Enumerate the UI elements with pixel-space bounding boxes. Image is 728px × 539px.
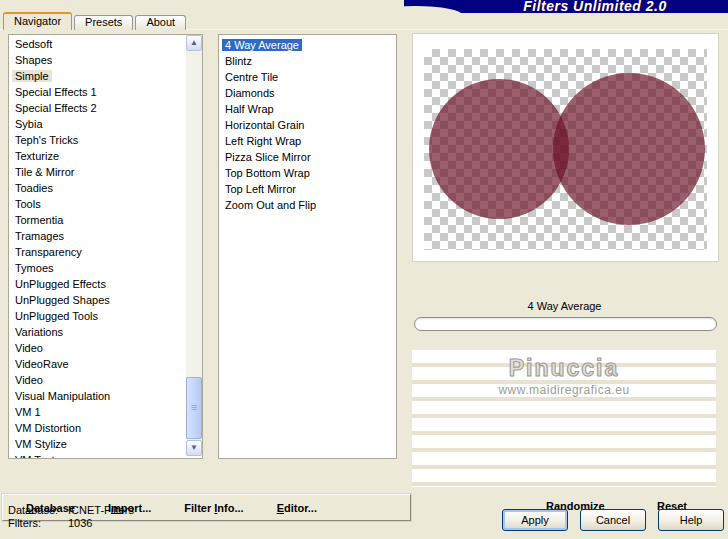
filter-item[interactable]: Left Right Wrap [222,133,394,149]
filters-unlimited-window: Filters Unlimited 2.0 NavigatorPresetsAb… [0,0,728,539]
status-filters-label: Filters: [8,517,68,530]
category-item[interactable]: Video [12,340,185,356]
transparency-checkerboard [424,49,707,250]
watermark-name: Pinuccia [412,355,716,382]
title-bar-banner: Filters Unlimited 2.0 [404,0,728,13]
status-area: Database: ICNET-Filters Filters: 1036 [8,504,134,530]
menu-item-text: nfo... [217,502,243,514]
category-item[interactable]: Tools [12,196,185,212]
category-item[interactable]: UnPlugged Tools [12,308,185,324]
category-item-label: VM 1 [12,406,44,418]
category-item[interactable]: Tile & Mirror [12,164,185,180]
category-item[interactable]: Special Effects 1 [12,84,185,100]
category-item-label: Tile & Mirror [12,166,77,178]
category-item[interactable]: Sybia [12,116,185,132]
filter-item[interactable]: Horizontal Grain [222,117,394,133]
category-item[interactable]: Simple [12,68,185,84]
category-item[interactable]: VM 1 [12,404,185,420]
menu-item-editor[interactable]: Editor... [277,502,317,514]
filter-item-label: Centre Tile [222,71,281,83]
parameter-rows-area: Pinuccia www.maidiregrafica.eu [412,350,716,487]
category-item[interactable]: Sedsoft [12,36,185,52]
filter-name-label: 4 Way Average [412,300,717,312]
scroll-up-icon[interactable]: ▲ [186,35,202,51]
watermark-url: www.maidiregrafica.eu [412,383,716,397]
category-item-label: VM Texture [12,454,73,458]
category-item-label: UnPlugged Tools [12,310,101,322]
category-item[interactable]: VM Texture [12,452,185,458]
category-item-label: VideoRave [12,358,72,370]
tab-strip: NavigatorPresetsAbout [3,13,188,30]
filter-item-label: Diamonds [222,87,278,99]
category-item[interactable]: Visual Manipulation [12,388,185,404]
category-item[interactable]: Tymoes [12,260,185,276]
filter-item-label: Left Right Wrap [222,135,304,147]
filter-parameter-slider[interactable] [414,317,717,331]
preview-panel [412,33,719,262]
category-item[interactable]: UnPlugged Effects [12,276,185,292]
filter-item[interactable]: 4 Way Average [222,37,394,53]
category-item-label: Sedsoft [12,38,55,50]
menu-item-text: ditor... [284,502,317,514]
menu-item-text: Filter [184,502,214,514]
category-list-scrollbar[interactable]: ▲ ☰ ▼ [186,35,202,456]
filter-item-label: Blintz [222,55,255,67]
category-item[interactable]: VideoRave [12,356,185,372]
category-list: SedsoftShapesSimpleSpecial Effects 1Spec… [8,34,203,459]
help-button[interactable]: Help [658,509,724,531]
scrollbar-thumb[interactable]: ☰ [186,377,202,439]
status-database-value: ICNET-Filters [68,504,134,517]
category-item[interactable]: Texturize [12,148,185,164]
category-item[interactable]: Tramages [12,228,185,244]
category-item-label: Video [12,374,46,386]
title-bar: Filters Unlimited 2.0 [0,0,728,13]
tab-about[interactable]: About [135,15,186,30]
filter-item[interactable]: Diamonds [222,85,394,101]
status-database-label: Database: [8,504,68,517]
filter-item-label: Zoom Out and Flip [222,199,319,211]
filter-item[interactable]: Zoom Out and Flip [222,197,394,213]
category-item[interactable]: UnPlugged Shapes [12,292,185,308]
category-item-label: VM Stylize [12,438,70,450]
filter-item[interactable]: Pizza Slice Mirror [222,149,394,165]
tab-presets[interactable]: Presets [74,15,133,30]
category-item[interactable]: Video [12,372,185,388]
app-title: Filters Unlimited 2.0 [470,0,720,13]
filter-item-label: 4 Way Average [222,39,302,51]
filter-item[interactable]: Centre Tile [222,69,394,85]
category-item-label: Teph's Tricks [12,134,81,146]
footer-buttons: ApplyCancelHelp [502,509,724,531]
category-item[interactable]: VM Stylize [12,436,185,452]
category-item[interactable]: VM Distortion [12,420,185,436]
filter-item-label: Top Left Mirror [222,183,299,195]
filter-item[interactable]: Top Bottom Wrap [222,165,394,181]
category-item-label: VM Distortion [12,422,84,434]
category-item[interactable]: Variations [12,324,185,340]
filter-item[interactable]: Blintz [222,53,394,69]
navigator-tab-page: SedsoftShapesSimpleSpecial Effects 1Spec… [0,29,728,463]
category-item[interactable]: Toadies [12,180,185,196]
menu-item-text: E [277,502,284,514]
category-item[interactable]: Tormentia [12,212,185,228]
category-item-label: Shapes [12,54,55,66]
menu-item-filter-info[interactable]: Filter Info... [184,502,243,514]
category-item[interactable]: Transparency [12,244,185,260]
cancel-button[interactable]: Cancel [580,509,646,531]
filter-item-label: Top Bottom Wrap [222,167,313,179]
category-item-label: Special Effects 1 [12,86,100,98]
category-item[interactable]: Teph's Tricks [12,132,185,148]
category-item[interactable]: Special Effects 2 [12,100,185,116]
filter-item-label: Horizontal Grain [222,119,307,131]
category-item-label: Simple [12,70,52,82]
filter-list: 4 Way AverageBlintzCentre TileDiamondsHa… [218,34,397,459]
category-item[interactable]: Shapes [12,52,185,68]
filter-item-label: Pizza Slice Mirror [222,151,314,163]
preview-image [424,49,707,250]
scroll-down-icon[interactable]: ▼ [186,440,202,456]
tab-navigator[interactable]: Navigator [3,12,72,30]
category-items: SedsoftShapesSimpleSpecial Effects 1Spec… [9,36,185,458]
filter-item[interactable]: Top Left Mirror [222,181,394,197]
apply-button[interactable]: Apply [502,509,568,531]
category-item-label: Transparency [12,246,85,258]
filter-item[interactable]: Half Wrap [222,101,394,117]
